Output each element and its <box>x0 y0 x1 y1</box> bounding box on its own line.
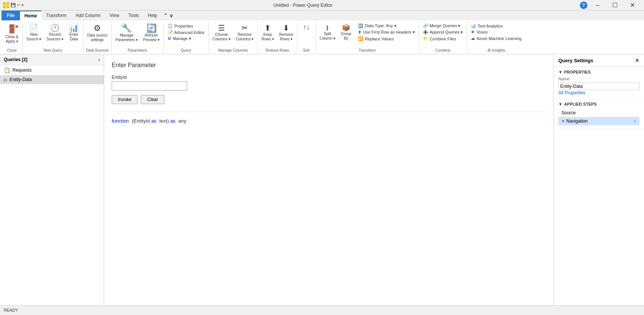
query-name-input[interactable] <box>558 83 639 90</box>
enter-parameter-title: Enter Parameter <box>112 62 546 69</box>
merge-queries-label: Merge Queries ▾ <box>430 23 461 28</box>
refresh-preview-label: RefreshPreview ▾ <box>143 33 159 42</box>
all-properties-link[interactable]: All Properties <box>558 90 585 95</box>
use-first-row-icon: ⬆ <box>358 30 361 35</box>
tab-file[interactable]: File <box>2 11 20 20</box>
maximize-button[interactable]: ☐ <box>606 0 624 11</box>
navigation-step-label: Navigation <box>566 118 588 124</box>
minimize-button[interactable]: – <box>589 0 606 11</box>
tab-help[interactable]: Help <box>143 11 162 20</box>
data-type-icon: 🔤 <box>358 23 363 28</box>
step-error-icon: ✕ <box>561 119 565 124</box>
clear-button[interactable]: Clear <box>141 95 164 104</box>
function-keyword-function: function <box>112 118 129 124</box>
combine-group-label: Combine <box>421 48 466 53</box>
name-label: Name <box>558 77 639 81</box>
manage-parameters-label: ManageParameters ▾ <box>115 33 138 42</box>
sort-ascending-button[interactable]: ↑↓ <box>299 23 314 32</box>
function-text-type: text) <box>159 118 170 124</box>
properties-button[interactable]: 📋 Properties <box>165 23 207 29</box>
status-bar: READY <box>0 305 644 314</box>
step-navigation[interactable]: ✕ Navigation ✕ <box>558 117 639 125</box>
advanced-editor-button[interactable]: 📝 Advanced Editor <box>165 29 207 35</box>
ribbon-group-parameters: 🔧 ManageParameters ▾ 🔄 RefreshPreview ▾ … <box>112 21 164 53</box>
new-source-icon: 📄 <box>29 24 38 32</box>
entity-data-icon: fx <box>4 77 7 82</box>
use-first-row-button[interactable]: ⬆ Use First Row as Headers ▾ <box>356 29 417 35</box>
tab-view[interactable]: View <box>105 11 124 20</box>
use-first-row-label: Use First Row as Headers ▾ <box>363 30 415 35</box>
recent-sources-label: RecentSources ▾ <box>46 32 63 41</box>
manage-button[interactable]: ⚙ Manage ▾ <box>165 35 207 42</box>
invoke-button[interactable]: Invoke <box>112 95 138 104</box>
query-settings-close-button[interactable]: ✕ <box>635 57 639 63</box>
text-analytics-icon: 📊 <box>471 23 476 28</box>
vision-label: Vision <box>476 30 488 34</box>
remove-columns-label: RemoveColumns ▾ <box>236 32 254 41</box>
sidebar-item-entity-data[interactable]: fx Entity-Data <box>0 75 104 84</box>
close-apply-button[interactable]: 🚪 ✕ Close &Apply ▾ <box>3 23 21 45</box>
enter-data-button[interactable]: 📊 EnterData <box>66 23 81 43</box>
close-window-button[interactable]: ✕ <box>624 0 641 11</box>
combine-files-button[interactable]: 📁 Combine Files <box>421 35 466 42</box>
function-keyword-as2: as <box>170 118 175 124</box>
refresh-preview-icon: 🔄 <box>146 24 157 32</box>
help-button[interactable]: ? <box>580 2 587 9</box>
replace-values-label: Replace Values <box>365 37 393 41</box>
group-by-button[interactable]: 📦 GroupBy <box>338 23 354 42</box>
ribbon-tab-bar: File Home Transform Add Column View Tool… <box>0 11 644 20</box>
append-queries-button[interactable]: ➕ Append Queries ▾ <box>421 29 466 35</box>
tab-add-column[interactable]: Add Column <box>71 11 105 20</box>
azure-ml-icon: ☁ <box>471 36 475 41</box>
param-buttons: Invoke Clear <box>112 95 546 104</box>
advanced-editor-label: Advanced Editor <box>174 30 205 35</box>
vision-button[interactable]: 👁 Vision <box>469 29 524 35</box>
merge-queries-button[interactable]: 🔗 Merge Queries ▾ <box>421 23 466 29</box>
manage-columns-group-label: Manage Columns <box>210 48 256 53</box>
sidebar-collapse-button[interactable]: › <box>98 57 100 63</box>
close-group-label: Close <box>3 48 21 53</box>
refresh-preview-button[interactable]: 🔄 RefreshPreview ▾ <box>141 23 161 44</box>
ribbon-group-manage-columns: ☰ ChooseColumns ▾ ✂ RemoveColumns ▾ Mana… <box>209 21 258 53</box>
collapse-steps-icon[interactable]: ▼ <box>558 102 563 106</box>
tab-transform[interactable]: Transform <box>41 11 71 20</box>
text-analytics-button[interactable]: 📊 Text Analytics <box>469 23 524 29</box>
entity-id-input[interactable] <box>112 81 187 91</box>
close-apply-label: Close &Apply ▾ <box>5 35 18 44</box>
step-source[interactable]: Source <box>558 109 639 117</box>
reduce-rows-group-label: Reduce Rows <box>259 48 295 53</box>
sidebar-item-requests[interactable]: 📋 Requests <box>0 65 104 75</box>
sidebar-title: Queries [2] <box>4 57 28 62</box>
data-source-settings-button[interactable]: ⚙ Data sourcesettings <box>85 23 110 44</box>
recent-sources-button[interactable]: 🕐 RecentSources ▾ <box>44 23 65 43</box>
ribbon-collapse[interactable]: ⌃ ∨ <box>162 11 175 20</box>
svg-rect-2 <box>3 6 6 8</box>
remove-rows-button[interactable]: ⬇ RemoveRows ▾ <box>277 23 295 43</box>
merge-queries-icon: 🔗 <box>423 23 428 28</box>
enter-data-label: EnterData <box>69 32 78 41</box>
replace-values-button[interactable]: 🔁 Replace Values <box>356 35 417 42</box>
svg-rect-1 <box>6 2 9 5</box>
tab-tools[interactable]: Tools <box>124 11 143 20</box>
tab-home[interactable]: Home <box>20 11 41 20</box>
new-source-button[interactable]: 📄 NewSource ▾ <box>24 23 43 43</box>
sort-asc-icon: ↑↓ <box>303 23 310 31</box>
manage-parameters-button[interactable]: 🔧 ManageParameters ▾ <box>113 23 140 44</box>
data-type-button[interactable]: 🔤 Data Type: Any ▾ <box>356 23 417 29</box>
choose-columns-icon: ☰ <box>218 24 225 32</box>
entity-data-label: Entity-Data <box>9 77 32 82</box>
remove-columns-button[interactable]: ✂ RemoveColumns ▾ <box>234 23 256 43</box>
manage-icon: ⚙ <box>168 36 171 41</box>
azure-ml-button[interactable]: ☁ Azure Machine Learning <box>469 35 524 41</box>
replace-values-icon: 🔁 <box>358 36 363 41</box>
manage-parameters-icon: 🔧 <box>121 24 132 32</box>
keep-rows-button[interactable]: ⬆ KeepRows ▾ <box>259 23 276 43</box>
title-bar: 💾 ↩ ▾ Untitled - Power Query Editor ? – … <box>0 0 644 11</box>
step-delete-icon[interactable]: ✕ <box>633 119 636 124</box>
properties-section: ▼ PROPERTIES Name All Properties <box>554 67 644 99</box>
collapse-properties-icon[interactable]: ▼ <box>558 70 563 74</box>
choose-columns-button[interactable]: ☰ ChooseColumns ▾ <box>210 23 232 43</box>
ribbon-group-sort: ↑↓ Sort <box>297 21 316 53</box>
status-text: READY <box>4 308 18 312</box>
split-column-button[interactable]: ⫿ SplitColumn ▾ <box>317 23 338 42</box>
